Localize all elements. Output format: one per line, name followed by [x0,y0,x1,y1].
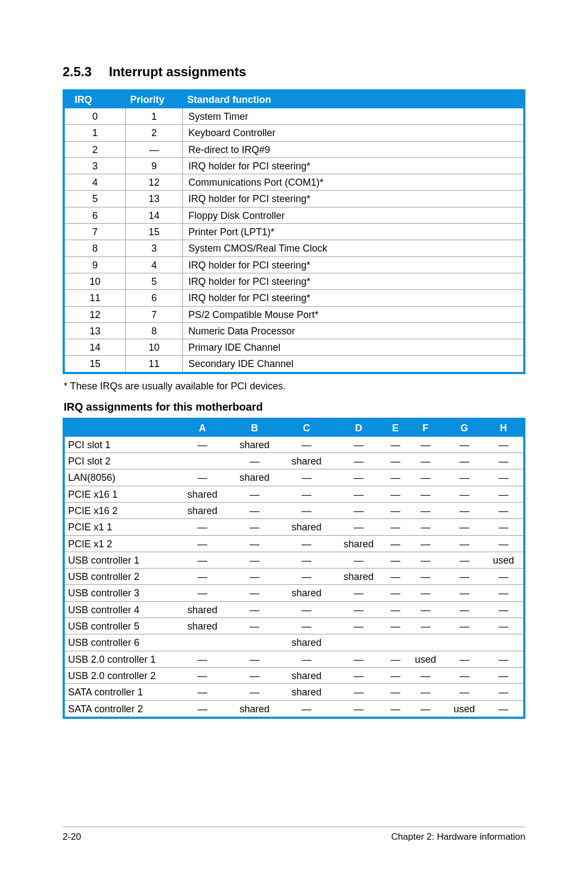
mb-cell: — [384,437,406,453]
mb-cell [384,634,406,651]
mb-cell: — [484,651,524,667]
mb-cell: shared [280,684,333,700]
mb-cell: — [445,585,483,601]
mb-cell: — [176,684,229,700]
mb-cell: — [484,469,524,486]
mb-row-label: USB 2.0 controller 2 [64,667,176,683]
mb-cell: — [384,700,406,718]
irq-function-cell: Floppy Disk Controller [183,207,525,223]
mb-cell: shared [176,618,229,634]
table-row: PCIE x16 2shared——————— [64,502,524,518]
mb-cell: — [229,618,281,634]
mb-cell: — [333,684,385,700]
mb-cell: shared [229,469,281,486]
mb-cell: — [176,552,229,568]
mb-cell: — [333,519,385,535]
irq-number-cell: 15 [64,356,126,373]
mb-cell: shared [176,502,229,518]
mb-cell: — [445,437,483,453]
mb-cell: — [333,486,385,502]
mb-cell: shared [333,535,385,552]
mb-cell: shared [280,667,333,683]
mb-row-label: USB controller 3 [64,585,176,601]
mb-row-label: PCI slot 1 [64,437,176,453]
mb-cell: — [484,601,524,618]
irq-priority-cell: 7 [126,306,183,322]
section-title-text: Interrupt assignments [109,64,246,79]
mb-cell: — [333,601,385,618]
table-row: USB controller 2———shared———— [64,569,524,585]
mb-cell: — [280,618,333,634]
mb-cell: — [384,552,406,568]
mb-header-col: F [406,419,445,437]
section-heading: 2.5.3Interrupt assignments [63,64,525,80]
mb-cell: — [333,667,385,683]
mb-cell: — [280,535,333,552]
mb-cell: — [406,486,445,502]
mb-row-label: PCI slot 2 [64,453,176,469]
mb-cell: — [333,453,385,469]
mb-cell: — [280,700,333,718]
mb-cell: — [176,700,229,718]
irq-number-cell: 7 [64,224,126,240]
irq-function-cell: IRQ holder for PCI steering* [183,157,525,174]
irq-number-cell: 14 [64,339,126,356]
irq-number-cell: 3 [64,157,126,174]
mb-cell: — [384,569,406,585]
table-row: 2—Re-direct to IRQ#9 [64,141,524,157]
mb-cell: — [384,684,406,700]
mb-header-col: D [333,419,385,437]
table-row: USB controller 4shared——————— [64,601,524,618]
mb-cell: — [384,601,406,618]
mb-cell: — [229,486,281,502]
irq-number-cell: 2 [64,141,126,157]
mb-cell: — [484,700,524,718]
irq-number-cell: 11 [64,290,126,306]
mb-cell: — [384,618,406,634]
footer-page-number: 2-20 [63,832,81,842]
mb-cell: — [484,618,524,634]
irq-header-priority: Priority [126,90,183,108]
irq-function-cell: System Timer [183,108,525,125]
mb-cell: — [406,437,445,453]
mb-cell: — [406,601,445,618]
mb-cell: shared [176,601,229,618]
mb-row-label: USB controller 2 [64,569,176,585]
table-row: 105IRQ holder for PCI steering* [64,273,524,289]
mb-cell: — [333,552,385,568]
mb-cell: — [484,684,524,700]
mb-cell [484,634,524,651]
mb-cell: — [484,585,524,601]
mb-cell: — [333,437,385,453]
irq-function-cell: IRQ holder for PCI steering* [183,256,525,273]
irq-function-cell: Printer Port (LPT1)* [183,224,525,240]
mb-cell: — [280,486,333,502]
mb-cell: — [445,453,483,469]
mb-cell: — [445,535,483,552]
mb-cell: shared [280,519,333,535]
mb-cell: — [280,569,333,585]
mb-cell: — [445,601,483,618]
mb-header-blank [64,419,176,437]
mb-cell: — [176,469,229,486]
mb-row-label: USB controller 5 [64,618,176,634]
table-row: 01System Timer [64,108,524,125]
mb-cell: — [229,535,281,552]
mb-cell: — [406,700,445,718]
mb-cell: used [445,700,483,718]
table-row: 39IRQ holder for PCI steering* [64,157,524,174]
table-row: 127PS/2 Compatible Mouse Port* [64,306,524,322]
mb-cell: — [384,502,406,518]
table-row: USB controller 5shared——————— [64,618,524,634]
table-row: USB controller 1———————used [64,552,524,568]
mb-cell: — [406,667,445,683]
mb-cell: shared [229,700,281,718]
table-row: 412Communications Port (COM1)* [64,174,524,191]
mb-cell: — [280,552,333,568]
mb-cell: — [484,569,524,585]
mb-cell: — [406,453,445,469]
mb-row-label: USB controller 4 [64,601,176,618]
mb-cell: — [445,569,483,585]
mb-cell: — [384,585,406,601]
mb-header-col: B [229,419,281,437]
